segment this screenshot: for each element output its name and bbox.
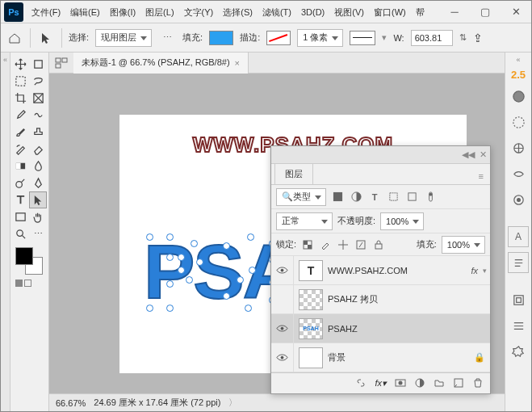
layer-mask-icon[interactable] <box>395 377 406 390</box>
gradient-tool[interactable] <box>12 158 30 174</box>
adjustment-layer-icon[interactable] <box>414 377 425 390</box>
stroke-style-dropdown[interactable] <box>350 31 375 45</box>
filter-toggle[interactable] <box>423 190 438 204</box>
lock-artboard-icon[interactable] <box>354 238 367 251</box>
layers-tab[interactable]: 图层 <box>274 163 313 184</box>
menu-image[interactable]: 图像(I) <box>105 1 140 23</box>
lock-transparency-icon[interactable] <box>301 238 314 251</box>
hand-tool[interactable] <box>30 208 48 225</box>
collapse-left-icon[interactable]: « <box>3 56 7 64</box>
panel-close-icon[interactable]: ✕ <box>480 149 487 160</box>
filter-type-layer-icon[interactable]: T <box>367 190 382 204</box>
zoom-tool[interactable] <box>12 225 30 242</box>
layer-name[interactable]: PSAHZ 拷贝 <box>328 293 490 305</box>
quickmask-toggle[interactable] <box>15 280 47 287</box>
edit-toolbar[interactable]: ⋯ <box>30 225 48 242</box>
move-tool[interactable] <box>12 56 30 73</box>
menu-layer[interactable]: 图层(L) <box>140 1 178 23</box>
menu-select[interactable]: 选择(S) <box>218 1 258 23</box>
color-swatches[interactable] <box>15 247 43 275</box>
libraries-panel-icon[interactable] <box>508 163 529 184</box>
visibility-toggle[interactable] <box>271 314 294 343</box>
link-wh-icon[interactable]: ⇅ <box>459 32 467 43</box>
brush-size-badge[interactable]: 2.5 <box>511 69 526 81</box>
paragraph-panel-icon[interactable] <box>508 252 529 273</box>
stroke-swatch[interactable] <box>266 31 291 45</box>
blur-tool[interactable] <box>30 158 48 174</box>
healing-tool[interactable] <box>30 107 48 124</box>
minimize-button[interactable]: ─ <box>439 1 470 23</box>
foreground-color[interactable] <box>15 247 33 265</box>
character-panel-icon[interactable]: A <box>508 226 529 247</box>
document-tab[interactable]: 未标题-1 @ 66.7% (PSAHZ, RGB/8#) × <box>73 53 249 74</box>
group-layers-icon[interactable] <box>434 377 445 390</box>
filter-type-dropdown[interactable]: 🔍 类型 <box>276 188 326 206</box>
filter-adjustment-icon[interactable] <box>349 190 363 204</box>
frame-tool[interactable] <box>30 90 48 107</box>
properties-panel-icon[interactable] <box>508 341 529 362</box>
eyedropper-tool[interactable] <box>12 107 30 124</box>
width-input[interactable]: 603.81 <box>411 30 453 46</box>
close-button[interactable]: ✕ <box>501 1 531 23</box>
menu-edit[interactable]: 编辑(E) <box>65 1 105 23</box>
filter-smart-icon[interactable] <box>404 190 419 204</box>
lock-all-icon[interactable] <box>372 238 385 251</box>
history-brush-tool[interactable] <box>12 141 30 158</box>
eraser-tool[interactable] <box>30 141 48 158</box>
panel-menu-icon[interactable]: ≡ <box>472 168 490 184</box>
menu-window[interactable]: 窗口(W) <box>369 1 411 23</box>
rectangle-tool[interactable] <box>12 208 30 225</box>
fill-opacity-input[interactable]: 100% <box>442 236 485 254</box>
layer-name[interactable]: 背景 <box>328 351 474 364</box>
select-target-dropdown[interactable]: 现用图层 <box>95 29 152 47</box>
history-panel-icon[interactable] <box>508 289 529 310</box>
menu-view[interactable]: 视图(V) <box>329 1 369 23</box>
panel-toggle-icon[interactable] <box>49 57 73 69</box>
artboard-tool[interactable] <box>30 56 48 73</box>
filter-pixel-icon[interactable] <box>330 190 345 204</box>
dodge-tool[interactable] <box>12 174 30 191</box>
layer-row[interactable]: PSAH PSAHZ <box>271 314 490 343</box>
visibility-toggle[interactable] <box>271 285 294 313</box>
layer-row[interactable]: 背景 🔒 <box>271 343 490 372</box>
stamp-tool[interactable] <box>30 124 48 141</box>
layer-name[interactable]: WWW.PSAHZ.COM <box>328 266 471 275</box>
layers-panel-icon[interactable] <box>508 189 529 210</box>
select-settings-icon[interactable]: ⋯ <box>158 29 176 47</box>
fill-swatch[interactable] <box>209 31 233 45</box>
crop-tool[interactable] <box>12 90 30 107</box>
link-layers-icon[interactable] <box>355 377 367 390</box>
close-tab-icon[interactable]: × <box>235 58 240 68</box>
share-icon[interactable]: ⇪ <box>473 32 483 44</box>
filter-shape-icon[interactable] <box>386 190 400 204</box>
swatches-panel-icon[interactable] <box>508 111 529 132</box>
pen-tool[interactable] <box>30 174 48 191</box>
marquee-tool[interactable] <box>12 73 30 90</box>
type-tool[interactable] <box>12 191 29 208</box>
blend-mode-dropdown[interactable]: 正常 <box>276 212 333 230</box>
visibility-toggle[interactable] <box>271 343 294 372</box>
brush-tool[interactable] <box>12 124 30 141</box>
adjustments-panel-icon[interactable] <box>508 137 529 158</box>
zoom-value[interactable]: 66.67% <box>56 398 86 408</box>
maximize-button[interactable]: ▢ <box>470 1 501 23</box>
lasso-tool[interactable] <box>30 73 48 90</box>
panel-collapse-icon[interactable]: ◀◀ <box>462 149 475 160</box>
menu-file[interactable]: 文件(F) <box>27 1 65 23</box>
color-panel-icon[interactable] <box>508 86 529 107</box>
layer-style-icon[interactable]: fx▾ <box>375 378 387 389</box>
opacity-input[interactable]: 100% <box>380 212 424 230</box>
layer-name[interactable]: PSAHZ <box>328 324 490 334</box>
delete-layer-icon[interactable] <box>472 377 484 390</box>
layers-panel[interactable]: ◀◀ ✕ 图层 ≡ 🔍 类型 T 正常 不透明度: 100% 锁定: 填充: 1… <box>270 145 491 394</box>
menu-help[interactable]: 帮 <box>411 1 429 23</box>
home-icon[interactable] <box>6 29 23 47</box>
stroke-width-input[interactable]: 1 像素 <box>297 29 343 47</box>
layer-row[interactable]: T WWW.PSAHZ.COM fx▾ <box>271 256 490 285</box>
menu-type[interactable]: 文字(Y) <box>179 1 219 23</box>
fx-badge[interactable]: fx <box>471 266 478 275</box>
path-selection-tool[interactable] <box>29 191 47 208</box>
menu-filter[interactable]: 滤镜(T) <box>258 1 296 23</box>
lock-position-icon[interactable] <box>337 238 350 251</box>
layer-row[interactable]: PSAHZ 拷贝 <box>271 285 490 314</box>
